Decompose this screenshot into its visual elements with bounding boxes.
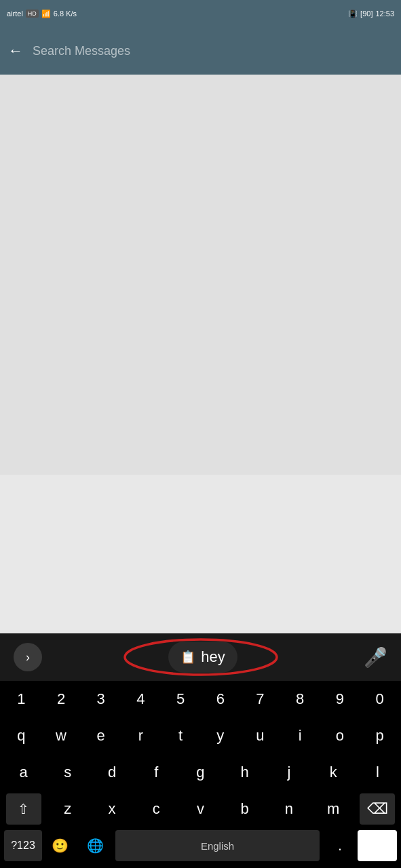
key-6[interactable]: 6: [203, 684, 238, 715]
search-input[interactable]: [33, 44, 393, 58]
key-q[interactable]: q: [3, 720, 39, 751]
key-7[interactable]: 7: [242, 684, 278, 715]
enter-button[interactable]: [358, 830, 397, 861]
signal-icon: 📶: [41, 9, 51, 18]
vibrate-icon: 📳: [348, 9, 358, 18]
status-bar: airtel HD 📶 6.8 K/s 📳 [90] 12:53: [0, 0, 401, 27]
row-zxcv: ⇧ z x c v b n m ⌫: [0, 791, 401, 827]
key-t[interactable]: t: [163, 720, 198, 751]
number-row: 1 2 3 4 5 6 7 8 9 0: [0, 681, 401, 717]
row-asdf: a s d f g h j k l: [0, 754, 401, 791]
key-9[interactable]: 9: [322, 684, 358, 715]
battery-label: [90]: [360, 9, 373, 18]
key-k[interactable]: k: [316, 757, 351, 788]
key-1[interactable]: 1: [3, 684, 39, 715]
emoji-button[interactable]: 🙂: [42, 830, 77, 861]
key-l[interactable]: l: [360, 757, 395, 788]
key-i[interactable]: i: [282, 720, 318, 751]
backspace-button[interactable]: ⌫: [360, 793, 395, 825]
key-j[interactable]: j: [271, 757, 307, 788]
key-0[interactable]: 0: [362, 684, 398, 715]
suggestion-hey[interactable]: 📋 hey: [168, 642, 237, 673]
key-v[interactable]: v: [183, 793, 218, 825]
keyboard-area: › 📋 hey 🎤 1 2 3 4 5 6 7 8 9 0 q w e r t …: [0, 633, 401, 868]
key-d[interactable]: d: [94, 757, 130, 788]
key-4[interactable]: 4: [123, 684, 158, 715]
content-area: [0, 75, 401, 475]
mic-button[interactable]: 🎤: [364, 646, 387, 669]
key-f[interactable]: f: [138, 757, 174, 788]
carrier-label: airtel: [7, 9, 23, 18]
key-s[interactable]: s: [50, 757, 85, 788]
key-z[interactable]: z: [50, 793, 85, 825]
key-a[interactable]: a: [6, 757, 41, 788]
network-type: HD: [26, 9, 39, 18]
key-y[interactable]: y: [203, 720, 238, 751]
key-8[interactable]: 8: [282, 684, 318, 715]
status-right: 📳 [90] 12:53: [348, 9, 394, 18]
key-n[interactable]: n: [271, 793, 307, 825]
header: ←: [0, 27, 401, 75]
key-x[interactable]: x: [94, 793, 130, 825]
key-5[interactable]: 5: [163, 684, 198, 715]
key-o[interactable]: o: [322, 720, 358, 751]
key-3[interactable]: 3: [83, 684, 119, 715]
shift-button[interactable]: ⇧: [6, 793, 41, 825]
key-h[interactable]: h: [227, 757, 263, 788]
key-b[interactable]: b: [227, 793, 263, 825]
key-p[interactable]: p: [362, 720, 398, 751]
space-button[interactable]: English: [115, 830, 320, 861]
key-c[interactable]: c: [138, 793, 174, 825]
row-qwerty: q w e r t y u i o p: [0, 717, 401, 754]
expand-button[interactable]: ›: [14, 643, 42, 671]
back-button[interactable]: ←: [8, 42, 23, 60]
key-g[interactable]: g: [183, 757, 218, 788]
status-left: airtel HD 📶 6.8 K/s: [7, 9, 77, 18]
key-e[interactable]: e: [83, 720, 119, 751]
key-w[interactable]: w: [43, 720, 79, 751]
suggestions-row: › 📋 hey 🎤: [0, 633, 401, 681]
globe-button[interactable]: 🌐: [77, 830, 113, 861]
time-label: 12:53: [375, 9, 394, 18]
search-wrapper[interactable]: [33, 44, 393, 58]
key-u[interactable]: u: [242, 720, 278, 751]
key-2[interactable]: 2: [43, 684, 79, 715]
period-button[interactable]: .: [322, 830, 358, 861]
suggestion-text: hey: [201, 648, 225, 666]
clipboard-icon: 📋: [180, 650, 195, 665]
key-r[interactable]: r: [123, 720, 158, 751]
key-m[interactable]: m: [316, 793, 351, 825]
expand-icon: ›: [26, 650, 30, 665]
speed-label: 6.8 K/s: [54, 9, 77, 18]
numbers-button[interactable]: ?123: [4, 830, 42, 861]
bottom-row: ?123 🙂 🌐 English .: [0, 827, 401, 868]
